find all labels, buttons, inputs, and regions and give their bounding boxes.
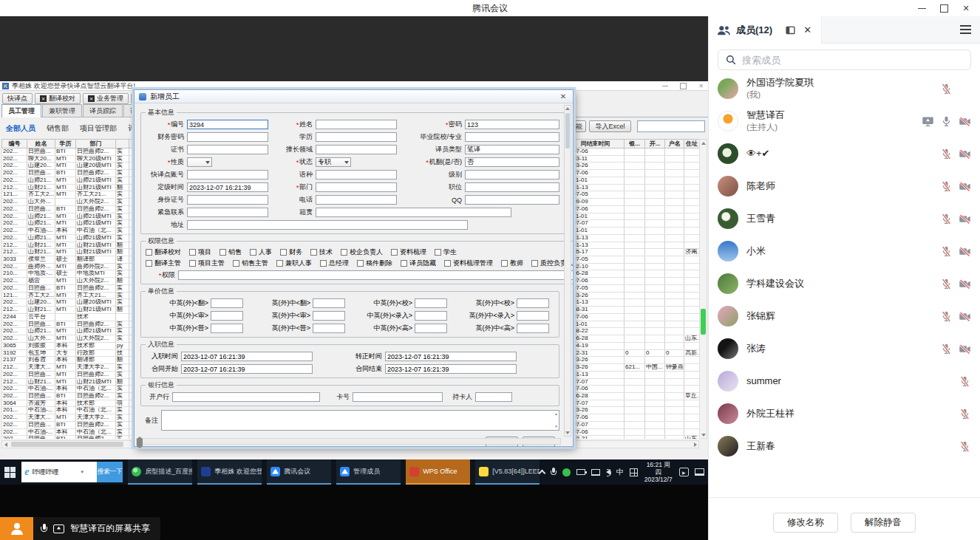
permission-checkbox[interactable]: 技术 — [310, 247, 333, 257]
permission-checkbox[interactable]: 译员隐藏 — [401, 259, 436, 268]
col-contract-end[interactable]: 同结束时间 — [567, 140, 625, 148]
camera-icon[interactable] — [959, 213, 971, 225]
chevron-down-icon[interactable]: ▾ — [81, 469, 84, 475]
permission-checkbox[interactable]: 学生 — [435, 247, 457, 257]
scroll-up-icon[interactable]: ▲ — [554, 412, 558, 416]
permission-checkbox[interactable]: 项目 — [189, 247, 211, 257]
mic-icon[interactable] — [940, 148, 953, 160]
col-extra[interactable] — [116, 140, 129, 148]
menu-button[interactable]: 业务管理 — [83, 93, 129, 104]
media-popup-icon[interactable] — [679, 468, 690, 476]
hidden-icons-caret-icon[interactable] — [539, 470, 546, 477]
scroll-right-icon[interactable] — [692, 441, 698, 448]
screen-sharing-icon[interactable] — [922, 115, 934, 128]
price-input[interactable] — [415, 298, 447, 308]
permission-checkbox[interactable]: 资料梳理 — [391, 247, 426, 257]
checkbox-icon[interactable] — [280, 249, 287, 256]
employee-id-input[interactable] — [187, 120, 268, 129]
search-go-button[interactable]: 搜索一下 — [97, 462, 123, 482]
camera-icon[interactable] — [959, 245, 971, 258]
department-link[interactable]: 销售部 — [47, 123, 69, 134]
member-row[interactable]: 陈老师 — [709, 170, 980, 202]
certificate-input[interactable] — [187, 145, 268, 154]
camera-icon[interactable] — [959, 278, 971, 290]
permission-checkbox[interactable]: 人事 — [250, 247, 272, 257]
hire-date-input[interactable] — [385, 364, 517, 374]
address-input[interactable] — [187, 220, 468, 230]
permission-input[interactable] — [178, 270, 573, 280]
app-minimize-icon[interactable] — [662, 86, 668, 86]
permission-checkbox[interactable]: 资料梳理管理 — [444, 259, 493, 268]
permission-checkbox[interactable]: 财务 — [280, 247, 302, 257]
checkbox-icon[interactable] — [189, 260, 196, 267]
hire-date-input[interactable] — [181, 352, 313, 361]
checkbox-icon[interactable] — [320, 260, 327, 267]
permission-checkbox[interactable]: 兼职人事 — [276, 259, 312, 268]
price-input[interactable] — [517, 311, 549, 321]
permission-checkbox[interactable]: 教师 — [501, 259, 523, 268]
menu-hamburger-icon[interactable] — [960, 25, 971, 34]
position-input[interactable] — [465, 182, 559, 192]
checkbox-icon[interactable] — [250, 249, 256, 256]
department-link[interactable]: 全部人员 — [6, 123, 35, 134]
scroll-down-icon[interactable] — [565, 430, 571, 436]
member-search-input[interactable] — [742, 55, 964, 66]
member-search-box[interactable] — [718, 49, 971, 70]
language-input[interactable] — [316, 170, 397, 180]
tab[interactable]: 译员跟踪 — [83, 104, 123, 117]
close-panel-icon[interactable]: ✕ — [803, 24, 811, 35]
checkbox-icon[interactable] — [220, 249, 226, 256]
mic-icon[interactable] — [959, 440, 971, 453]
password-input[interactable] — [465, 120, 559, 129]
app-close-icon[interactable] — [698, 81, 704, 91]
price-input[interactable] — [517, 298, 549, 308]
checkbox-icon[interactable] — [146, 249, 152, 256]
mic-icon[interactable] — [940, 278, 953, 290]
tab[interactable]: 兼职管理 — [42, 104, 82, 117]
dialog-vertical-scrollbar[interactable] — [564, 105, 571, 437]
mic-icon[interactable] — [940, 180, 953, 193]
price-input[interactable] — [415, 324, 447, 333]
permission-checkbox[interactable]: 项目主管 — [189, 259, 225, 268]
expertise-input[interactable] — [316, 145, 397, 154]
mic-icon[interactable] — [940, 115, 953, 128]
scroll-down-icon[interactable]: ▼ — [554, 425, 558, 428]
camera-icon[interactable] — [959, 180, 971, 193]
permission-checkbox[interactable]: 销售主管 — [233, 259, 268, 268]
menu-button[interactable]: 快译点 — [2, 93, 33, 104]
mic-icon[interactable] — [940, 83, 953, 95]
checkbox-icon[interactable] — [276, 260, 283, 267]
scrollbar-thumb[interactable] — [565, 113, 570, 148]
price-input[interactable] — [211, 324, 243, 333]
mic-icon[interactable] — [940, 343, 953, 355]
hire-date-input[interactable] — [181, 364, 313, 374]
remark-textarea[interactable] — [161, 410, 559, 431]
taskbar-task[interactable]: 管理成员 — [336, 459, 401, 485]
mic-icon[interactable] — [959, 375, 971, 388]
dialog-horizontal-scrollbar[interactable] — [136, 438, 561, 445]
permission-checkbox[interactable]: 销售 — [220, 247, 242, 257]
clock[interactable]: 16:21 周四 2023/12/7 — [644, 461, 673, 483]
col-id[interactable]: 编号 — [2, 140, 27, 148]
name-input[interactable] — [316, 120, 397, 129]
department-link[interactable]: 项目管理部 — [80, 123, 117, 134]
price-input[interactable] — [211, 311, 243, 321]
member-row[interactable]: 👁+✔ — [709, 137, 980, 170]
member-row[interactable]: 张涛 — [709, 332, 980, 365]
department-input[interactable] — [316, 182, 397, 192]
checkbox-icon[interactable] — [341, 249, 347, 256]
unmute-button[interactable]: 解除静音 — [851, 513, 916, 533]
permission-checkbox[interactable]: 翻译主管 — [146, 259, 181, 268]
scroll-up-icon[interactable] — [565, 106, 571, 112]
rating-time-input[interactable] — [187, 182, 268, 192]
qq-input[interactable] — [465, 195, 559, 205]
camera-icon[interactable] — [959, 148, 971, 160]
nature-select[interactable] — [187, 157, 212, 167]
level-input[interactable] — [465, 170, 559, 180]
checkbox-icon[interactable] — [146, 260, 152, 267]
permission-checkbox[interactable]: 稿件删除 — [357, 259, 392, 268]
kyd-account-input[interactable] — [187, 170, 268, 180]
table-vertical-scrollbar[interactable] — [699, 139, 707, 439]
import-excel-button[interactable]: 导入Excel — [589, 120, 631, 132]
display-tray-icon[interactable] — [591, 469, 600, 476]
